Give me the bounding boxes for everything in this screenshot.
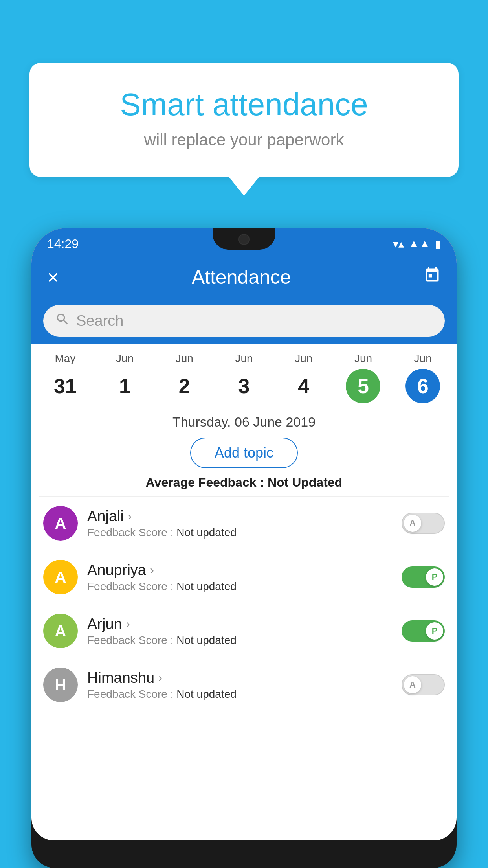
battery-icon: ▮ — [435, 237, 441, 250]
speech-bubble-subtitle: will replace your paperwork — [53, 131, 435, 149]
calendar-day[interactable]: Jun2 — [154, 352, 214, 403]
calendar-day[interactable]: Jun5 — [334, 352, 393, 403]
calendar-date-number: 4 — [286, 369, 321, 403]
add-topic-button[interactable]: Add topic — [190, 438, 298, 468]
student-feedback: Feedback Score : Not updated — [87, 580, 392, 593]
student-feedback: Feedback Score : Not updated — [87, 688, 392, 701]
student-item[interactable]: AArjun ›Feedback Score : Not updatedP — [39, 604, 449, 658]
student-item[interactable]: AAnupriya ›Feedback Score : Not updatedP — [39, 550, 449, 604]
status-icons: ▾▴ ▲▲ ▮ — [393, 237, 441, 250]
student-info: Anjali ›Feedback Score : Not updated — [87, 508, 392, 539]
toggle-knob: P — [426, 622, 443, 640]
attendance-toggle[interactable]: A — [402, 513, 445, 534]
calendar-month-label: May — [55, 352, 75, 365]
search-bar-wrapper: Search — [31, 299, 457, 344]
toggle-knob: P — [426, 568, 443, 586]
student-avatar: A — [43, 506, 78, 541]
attendance-toggle[interactable]: P — [402, 620, 445, 642]
app-bar: × Attendance — [31, 256, 457, 299]
phone-frame: 14:29 ▾▴ ▲▲ ▮ × Attendance — [31, 228, 457, 868]
search-placeholder: Search — [76, 313, 123, 329]
calendar-date-number: 2 — [167, 369, 202, 403]
attendance-toggle[interactable]: A — [402, 674, 445, 695]
student-name: Arjun › — [87, 616, 392, 633]
calendar-date-number: 5 — [346, 369, 380, 403]
student-info: Himanshu ›Feedback Score : Not updated — [87, 669, 392, 701]
calendar-date-number: 31 — [48, 369, 83, 403]
calendar-month-label: Jun — [176, 352, 193, 365]
student-name: Anupriya › — [87, 562, 392, 579]
student-feedback: Feedback Score : Not updated — [87, 526, 392, 539]
chevron-right-icon: › — [128, 509, 132, 523]
calendar-icon[interactable] — [424, 267, 441, 288]
student-name: Anjali › — [87, 508, 392, 525]
student-item[interactable]: AAnjali ›Feedback Score : Not updatedA — [39, 497, 449, 550]
feedback-label: Average Feedback : — [146, 475, 268, 489]
phone-screen: 14:29 ▾▴ ▲▲ ▮ × Attendance — [31, 228, 457, 840]
speech-bubble-title: Smart attendance — [53, 86, 435, 123]
calendar-date-number: 1 — [108, 369, 142, 403]
calendar-day[interactable]: Jun4 — [274, 352, 334, 403]
selected-date-label: Thursday, 06 June 2019 — [31, 407, 457, 434]
speech-bubble: Smart attendance will replace your paper… — [29, 63, 459, 177]
student-info: Anupriya ›Feedback Score : Not updated — [87, 562, 392, 593]
calendar-date-number: 6 — [405, 369, 440, 403]
calendar-day[interactable]: May31 — [35, 352, 95, 403]
toggle-knob: A — [404, 676, 421, 693]
calendar-month-label: Jun — [295, 352, 312, 365]
search-icon — [55, 312, 70, 330]
student-list: AAnjali ›Feedback Score : Not updatedAAA… — [31, 497, 457, 712]
signal-icon: ▲▲ — [409, 237, 430, 250]
calendar-month-label: Jun — [116, 352, 134, 365]
calendar-day[interactable]: Jun6 — [393, 352, 453, 403]
student-info: Arjun ›Feedback Score : Not updated — [87, 616, 392, 647]
feedback-summary: Average Feedback : Not Updated — [31, 475, 457, 496]
chevron-right-icon: › — [158, 671, 162, 684]
calendar-day[interactable]: Jun1 — [95, 352, 155, 403]
calendar-date-number: 3 — [227, 369, 261, 403]
student-avatar: A — [43, 614, 78, 648]
calendar-day[interactable]: Jun3 — [214, 352, 274, 403]
app-bar-title: Attendance — [192, 266, 291, 289]
chevron-right-icon: › — [126, 617, 130, 631]
student-name: Himanshu › — [87, 669, 392, 686]
feedback-value: Not Updated — [268, 475, 342, 489]
phone-notch — [213, 228, 275, 250]
search-bar[interactable]: Search — [43, 305, 445, 337]
calendar-month-label: Jun — [235, 352, 253, 365]
toggle-knob: A — [404, 515, 421, 532]
wifi-icon: ▾▴ — [393, 237, 404, 250]
phone-camera — [238, 234, 250, 245]
calendar-month-label: Jun — [414, 352, 432, 365]
attendance-toggle[interactable]: P — [402, 566, 445, 588]
student-feedback: Feedback Score : Not updated — [87, 634, 392, 647]
status-time: 14:29 — [47, 237, 79, 251]
student-avatar: A — [43, 560, 78, 594]
student-avatar: H — [43, 668, 78, 702]
close-button[interactable]: × — [47, 265, 59, 289]
student-item[interactable]: HHimanshu ›Feedback Score : Not updatedA — [39, 658, 449, 712]
chevron-right-icon: › — [150, 563, 154, 577]
calendar-month-label: Jun — [354, 352, 372, 365]
calendar-strip: May31Jun1Jun2Jun3Jun4Jun5Jun6 — [31, 344, 457, 407]
